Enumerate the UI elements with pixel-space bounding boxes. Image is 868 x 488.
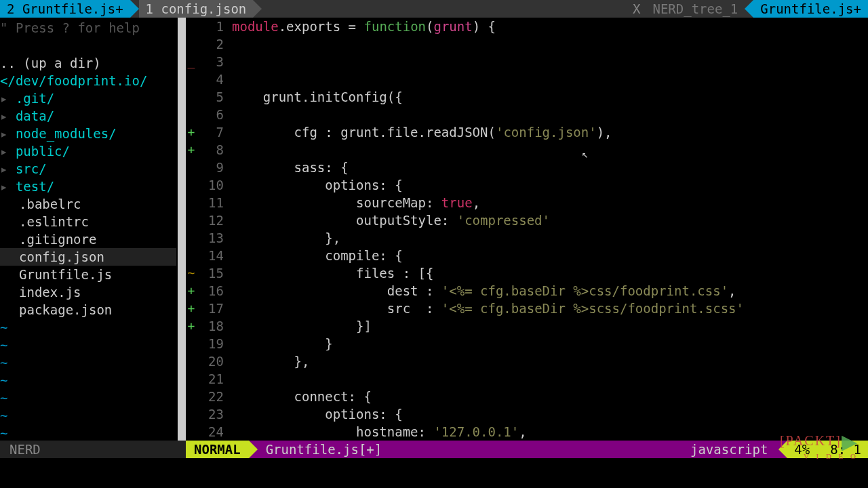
code-line[interactable] xyxy=(232,370,868,388)
tab-gruntfile[interactable]: 2 Gruntfile.js+ xyxy=(0,0,130,18)
code-line[interactable]: hostname: '127.0.0.1', xyxy=(232,423,868,441)
code-line[interactable]: outputStyle: 'compressed' xyxy=(232,211,868,229)
tab-sep-arrow xyxy=(745,0,753,18)
code-line[interactable]: options: { xyxy=(232,176,868,194)
code-line[interactable]: options: { xyxy=(232,405,868,423)
bottom-strip xyxy=(0,458,868,488)
code-line[interactable]: }] xyxy=(232,317,868,335)
code-line[interactable]: src : '<%= cfg.baseDir %>scss/foodprint.… xyxy=(232,300,868,317)
nerdtree-file[interactable]: Gruntfile.js xyxy=(0,266,176,283)
code-line[interactable]: files : [{ xyxy=(232,264,868,282)
code-area[interactable]: module.exports = function(grunt) { grunt… xyxy=(232,18,868,441)
tab-sep-arrow xyxy=(130,0,139,18)
tab-config[interactable]: 1 config.json xyxy=(139,0,254,18)
nerdtree-folder[interactable]: ▸ .git/ xyxy=(0,89,176,107)
mouse-cursor-icon: ↖ xyxy=(582,148,589,161)
tab-sep-arrow xyxy=(253,0,262,18)
nerdtree-file[interactable]: index.js xyxy=(0,283,176,301)
code-line[interactable]: grunt.initConfig({ xyxy=(232,88,868,106)
nerdtree-file[interactable]: package.json xyxy=(0,301,176,319)
tab-nerdtree[interactable]: NERD_tree_1 xyxy=(646,0,745,18)
watermark: [PACKT]▶ V I D E O xyxy=(780,434,859,462)
nerdtree-file[interactable]: .gitignore xyxy=(0,230,176,248)
code-line[interactable]: }, xyxy=(232,229,868,247)
nerdtree-sidebar[interactable]: " Press ? for help .. (up a dir) </dev/f… xyxy=(0,18,176,441)
nerdtree-file[interactable]: .babelrc xyxy=(0,195,176,213)
tab-gruntfile-right[interactable]: Gruntfile.js+ xyxy=(753,0,868,18)
code-editor[interactable]: _ ++ ~+++ 123456789101112131415161718192… xyxy=(186,18,868,441)
code-line[interactable] xyxy=(232,53,868,70)
nerdtree-folder[interactable]: ▸ data/ xyxy=(0,107,176,125)
nerdtree-root[interactable]: </dev/foodprint.io/ xyxy=(0,72,176,89)
statusline: NERD NORMAL Gruntfile.js[+] javascript 4… xyxy=(0,441,868,458)
code-line[interactable]: }, xyxy=(232,352,868,370)
code-line[interactable]: connect: { xyxy=(232,388,868,405)
code-line[interactable] xyxy=(232,70,868,88)
nerdtree-folder[interactable]: ▸ node_modules/ xyxy=(0,125,176,142)
code-line[interactable]: module.exports = function(grunt) { xyxy=(232,18,868,35)
code-line[interactable]: sourceMap: true, xyxy=(232,194,868,211)
nerdtree-file[interactable]: .eslintrc xyxy=(0,213,176,230)
status-filetype: javascript xyxy=(679,441,778,458)
code-line[interactable]: } xyxy=(232,335,868,352)
nerdtree-file[interactable]: config.json xyxy=(0,248,176,266)
nerdtree-help: " Press ? for help xyxy=(0,19,176,37)
line-number-column: 123456789101112131415161718192021222324 xyxy=(197,18,232,441)
status-filename: Gruntfile.js[+] xyxy=(258,441,679,458)
nerdtree-updir[interactable]: .. (up a dir) xyxy=(0,54,176,72)
code-line[interactable]: dest : '<%= cfg.baseDir %>css/foodprint.… xyxy=(232,282,868,300)
code-line[interactable] xyxy=(232,141,868,159)
code-line[interactable] xyxy=(232,35,868,53)
tabbar-spacer xyxy=(262,0,627,18)
nerdtree-folder[interactable]: ▸ public/ xyxy=(0,142,176,160)
split-divider[interactable] xyxy=(176,18,186,441)
code-line[interactable]: sass: { xyxy=(232,159,868,176)
tab-close-icon[interactable]: X xyxy=(627,0,646,18)
code-line[interactable] xyxy=(232,106,868,123)
nerdtree-folder[interactable]: ▸ test/ xyxy=(0,178,176,195)
buffer-tabbar: 2 Gruntfile.js+ 1 config.json X NERD_tre… xyxy=(0,0,868,18)
status-nerd: NERD xyxy=(0,441,186,458)
code-line[interactable]: compile: { xyxy=(232,247,868,264)
code-line[interactable]: cfg : grunt.file.readJSON('config.json')… xyxy=(232,123,868,141)
nerdtree-folder[interactable]: ▸ src/ xyxy=(0,160,176,178)
sign-column: _ ++ ~+++ xyxy=(186,18,197,441)
status-mode: NORMAL xyxy=(186,441,249,458)
